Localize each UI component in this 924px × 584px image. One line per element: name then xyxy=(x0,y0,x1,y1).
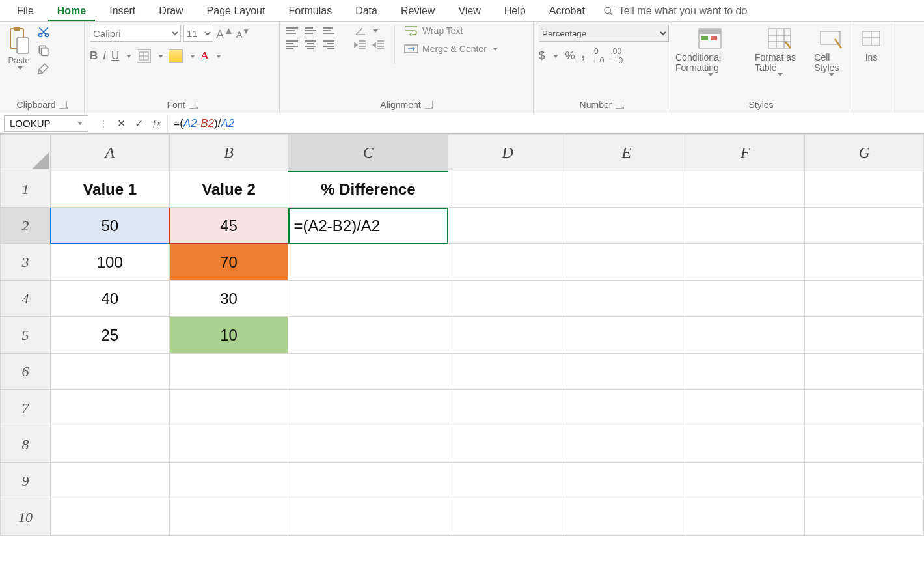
fill-color-button[interactable] xyxy=(169,49,183,63)
align-left-button[interactable] xyxy=(285,39,299,51)
cell-B1[interactable]: Value 2 xyxy=(169,171,288,208)
cell-E7[interactable] xyxy=(567,390,686,426)
format-as-table-button[interactable]: Format as Table xyxy=(755,25,804,76)
format-painter-button[interactable] xyxy=(36,61,51,76)
alignment-launcher[interactable] xyxy=(425,101,433,109)
cell-F4[interactable] xyxy=(686,281,805,317)
row-header-7[interactable]: 7 xyxy=(1,390,51,426)
cell-D6[interactable] xyxy=(448,354,567,390)
row-header-10[interactable]: 10 xyxy=(1,499,51,536)
font-color-button[interactable]: A xyxy=(200,49,208,63)
tab-review[interactable]: Review xyxy=(389,1,446,21)
enter-formula-button[interactable]: ✓ xyxy=(135,117,143,130)
cell-styles-button[interactable]: Cell Styles xyxy=(814,25,847,76)
percent-format-button[interactable]: % xyxy=(565,49,575,63)
cell-B4[interactable]: 30 xyxy=(169,281,288,317)
cell-B7[interactable] xyxy=(169,390,288,426)
tab-data[interactable]: Data xyxy=(344,1,389,21)
cell-D10[interactable] xyxy=(448,499,567,536)
cell-F7[interactable] xyxy=(686,390,805,426)
cell-E9[interactable] xyxy=(567,463,686,499)
cell-C6[interactable] xyxy=(288,354,448,390)
cell-A1[interactable]: Value 1 xyxy=(50,171,169,208)
cell-F5[interactable] xyxy=(686,317,805,354)
cell-A9[interactable] xyxy=(50,463,169,499)
cell-C10[interactable] xyxy=(288,499,448,536)
cell-A7[interactable] xyxy=(50,390,169,426)
font-name-select[interactable]: Calibri xyxy=(90,25,181,42)
fx-icon[interactable]: ƒx xyxy=(152,118,161,129)
cell-G8[interactable] xyxy=(805,426,924,463)
row-header-9[interactable]: 9 xyxy=(1,463,51,499)
col-header-E[interactable]: E xyxy=(567,135,686,171)
cell-A2[interactable]: 50 xyxy=(50,208,169,244)
cell-G2[interactable] xyxy=(805,208,924,244)
borders-button[interactable] xyxy=(137,49,151,63)
orientation-button[interactable] xyxy=(353,25,367,36)
align-center-button[interactable] xyxy=(303,39,318,51)
col-header-D[interactable]: D xyxy=(448,135,567,171)
align-bottom-button[interactable] xyxy=(321,25,336,36)
cell-G7[interactable] xyxy=(805,390,924,426)
cell-E4[interactable] xyxy=(567,281,686,317)
cell-B10[interactable] xyxy=(169,499,288,536)
col-header-B[interactable]: B xyxy=(169,135,288,171)
spreadsheet-grid[interactable]: A B C D E F G 1 Value 1 Value 2 % Differ… xyxy=(0,134,924,536)
cell-B9[interactable] xyxy=(169,463,288,499)
cell-F1[interactable] xyxy=(686,171,805,208)
cell-F9[interactable] xyxy=(686,463,805,499)
insert-cells-button[interactable]: Ins xyxy=(858,25,885,63)
cell-C7[interactable] xyxy=(288,390,448,426)
align-right-button[interactable] xyxy=(321,39,336,51)
cell-E6[interactable] xyxy=(567,354,686,390)
bold-button[interactable]: B xyxy=(90,49,98,63)
cell-C4[interactable] xyxy=(288,281,448,317)
tab-view[interactable]: View xyxy=(446,1,492,21)
align-top-button[interactable] xyxy=(285,25,299,36)
cell-C5[interactable] xyxy=(288,317,448,354)
cell-B8[interactable] xyxy=(169,426,288,463)
cell-D9[interactable] xyxy=(448,463,567,499)
cell-D8[interactable] xyxy=(448,426,567,463)
cell-C1[interactable]: % Difference xyxy=(288,171,448,208)
cell-D7[interactable] xyxy=(448,390,567,426)
number-launcher[interactable] xyxy=(616,101,623,109)
cell-A3[interactable]: 100 xyxy=(50,244,169,281)
tab-formulas[interactable]: Formulas xyxy=(277,1,344,21)
increase-decimal-button[interactable]: .0←0 xyxy=(592,47,605,65)
increase-font-button[interactable]: A▲ xyxy=(216,25,234,42)
align-middle-button[interactable] xyxy=(303,25,318,36)
cell-D4[interactable] xyxy=(448,281,567,317)
font-launcher[interactable] xyxy=(189,101,197,109)
cell-G1[interactable] xyxy=(805,171,924,208)
wrap-text-button[interactable]: Wrap Text xyxy=(404,25,498,36)
col-header-A[interactable]: A xyxy=(50,135,169,171)
cell-D1[interactable] xyxy=(448,171,567,208)
cell-E3[interactable] xyxy=(567,244,686,281)
cell-G10[interactable] xyxy=(805,499,924,536)
cell-C9[interactable] xyxy=(288,463,448,499)
decrease-font-button[interactable]: A▼ xyxy=(236,27,250,40)
increase-indent-button[interactable] xyxy=(371,39,385,51)
tab-file[interactable]: File xyxy=(5,1,46,21)
formula-input[interactable]: =(A2-B2)/A2 xyxy=(167,115,924,133)
col-header-C[interactable]: C xyxy=(288,135,448,171)
tab-acrobat[interactable]: Acrobat xyxy=(537,1,597,21)
cell-E8[interactable] xyxy=(567,426,686,463)
cancel-formula-button[interactable]: ✕ xyxy=(117,117,126,130)
select-all-corner[interactable] xyxy=(1,135,51,171)
cell-C8[interactable] xyxy=(288,426,448,463)
cell-G6[interactable] xyxy=(805,354,924,390)
tab-help[interactable]: Help xyxy=(493,1,537,21)
cell-F10[interactable] xyxy=(686,499,805,536)
cell-C3[interactable] xyxy=(288,244,448,281)
cell-G9[interactable] xyxy=(805,463,924,499)
tab-insert[interactable]: Insert xyxy=(98,1,147,21)
cell-B3[interactable]: 70 xyxy=(169,244,288,281)
cell-A10[interactable] xyxy=(50,499,169,536)
cell-B2[interactable]: 45 xyxy=(169,208,288,244)
accounting-format-button[interactable]: $ xyxy=(539,49,545,63)
cell-F3[interactable] xyxy=(686,244,805,281)
cell-D3[interactable] xyxy=(448,244,567,281)
cell-B5[interactable]: 10 xyxy=(169,317,288,354)
